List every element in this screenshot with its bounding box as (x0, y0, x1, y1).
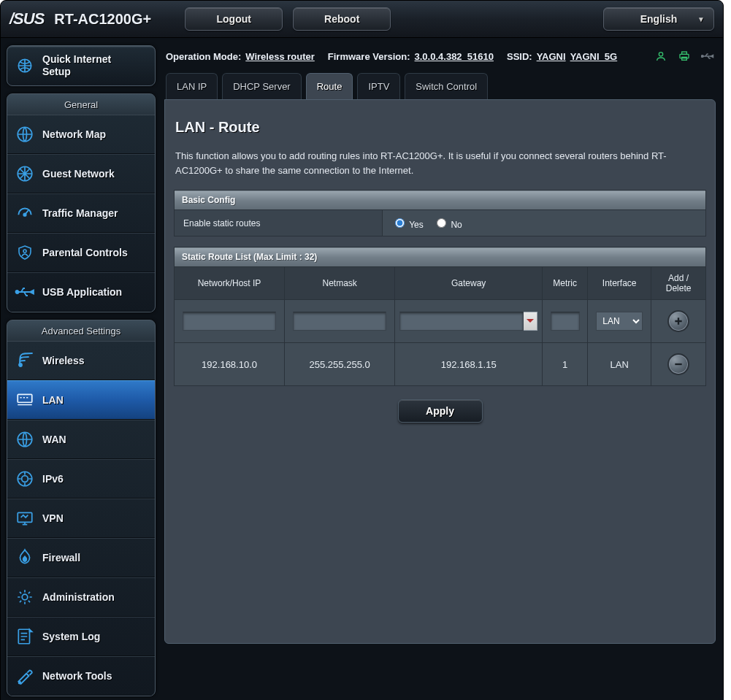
system-log-icon (15, 626, 35, 647)
svg-point-6 (19, 364, 22, 366)
sidebar-item-lan[interactable]: LAN (7, 380, 155, 420)
sidebar-item-label: Wireless (42, 355, 84, 366)
sidebar-item-label: VPN (42, 512, 64, 524)
sidebar-item-administration[interactable]: Administration (7, 577, 155, 617)
enable-yes-radio[interactable] (395, 218, 405, 228)
tab-iptv[interactable]: IPTV (357, 73, 400, 99)
network-input[interactable] (183, 312, 276, 331)
sidebar-item-wireless[interactable]: Wireless (7, 342, 155, 380)
status-line: Operation Mode: Wireless router Firmware… (164, 45, 716, 73)
col-network: Network/Host IP (175, 267, 285, 300)
page-title: LAN - Route (175, 119, 705, 136)
sidebar-item-label: WAN (42, 434, 66, 445)
guest-network-icon (15, 164, 35, 184)
delete-route-button[interactable] (667, 353, 689, 375)
ipv6-icon (15, 469, 35, 489)
gateway-dropdown-icon[interactable] (524, 312, 537, 331)
page-desc: This function allows you to add routing … (175, 149, 705, 178)
netmask-input[interactable] (293, 312, 386, 331)
col-action: Add / Delete (651, 267, 706, 300)
cell-gateway: 192.168.1.15 (395, 343, 543, 386)
svg-rect-7 (18, 394, 32, 402)
col-gateway: Gateway (395, 267, 543, 300)
cell-metric: 1 (543, 343, 588, 386)
main-content: Operation Mode: Wireless router Firmware… (161, 38, 723, 700)
sidebar-item-label: Guest Network (42, 168, 115, 180)
enable-no-radio[interactable] (437, 218, 446, 228)
sidebar-item-wan[interactable]: WAN (7, 420, 155, 459)
svg-point-12 (22, 594, 28, 600)
tab-lan-ip[interactable]: LAN IP (166, 73, 218, 99)
content-box: LAN - Route This function allows you to … (164, 99, 716, 644)
lan-icon (15, 390, 35, 410)
fw-value[interactable]: 3.0.0.4.382_51610 (415, 51, 494, 62)
sidebar-item-usb-application[interactable]: USB Application (7, 272, 155, 312)
usb-application-icon (15, 282, 35, 302)
tab-route[interactable]: Route (306, 73, 353, 99)
route-input-row: LANWAN (175, 300, 706, 343)
basic-config-table: Basic Config Enable static routes Yes No (174, 190, 706, 236)
network-tools-icon (15, 666, 35, 686)
svg-point-5 (16, 291, 19, 293)
administration-icon (15, 587, 35, 607)
svg-rect-18 (682, 57, 687, 60)
route-list-table: Static Route List (Max Limit : 32) Netwo… (174, 247, 706, 386)
guest-status-icon[interactable] (654, 50, 667, 63)
enable-no-option[interactable]: No (433, 220, 462, 230)
svg-point-4 (23, 250, 26, 253)
printer-status-icon[interactable] (678, 50, 691, 63)
tab-switch-control[interactable]: Switch Control (405, 73, 488, 99)
op-mode-label: Operation Mode: (166, 51, 241, 62)
vpn-icon (15, 508, 35, 528)
ssid-label: SSID: (507, 51, 532, 62)
sidebar-item-parental-controls[interactable]: Parental Controls (7, 233, 155, 272)
sidebar-item-network-tools[interactable]: Network Tools (7, 656, 155, 696)
sidebar-item-network-map[interactable]: Network Map (7, 115, 155, 154)
col-metric: Metric (543, 267, 588, 300)
ssid-2g[interactable]: YAGNI (537, 51, 566, 62)
enable-static-routes-label: Enable static routes (175, 210, 383, 236)
wireless-icon (15, 350, 35, 371)
general-header: General (7, 94, 155, 115)
enable-yes-option[interactable]: Yes (391, 220, 426, 230)
cell-network: 192.168.10.0 (175, 343, 285, 386)
sidebar-item-label: Parental Controls (42, 247, 128, 258)
sidebar-item-guest-network[interactable]: Guest Network (7, 154, 155, 193)
chevron-down-icon: ▼ (697, 15, 705, 23)
usb-status-icon[interactable] (701, 50, 714, 63)
col-netmask: Netmask (285, 267, 395, 300)
sidebar-item-traffic-manager[interactable]: Traffic Manager (7, 193, 155, 233)
fw-label: Firmware Version: (328, 51, 410, 62)
sidebar-item-ipv6[interactable]: IPv6 (7, 459, 155, 499)
apply-button[interactable]: Apply (398, 399, 483, 423)
tab-dhcp-server[interactable]: DHCP Server (222, 73, 302, 99)
sidebar-item-vpn[interactable]: VPN (7, 499, 155, 538)
parental-controls-icon (15, 242, 35, 263)
sidebar-item-label: USB Application (42, 286, 122, 298)
sidebar-item-system-log[interactable]: System Log (7, 617, 155, 656)
sidebar-item-firewall[interactable]: Firewall (7, 538, 155, 577)
tabs: LAN IPDHCP ServerRouteIPTVSwitch Control (164, 73, 716, 99)
reboot-button[interactable]: Reboot (293, 7, 391, 31)
ssid-5g[interactable]: YAGNI_5G (570, 51, 618, 62)
sidebar-item-label: IPv6 (42, 473, 64, 485)
language-select[interactable]: English ▼ (603, 7, 714, 31)
cell-netmask: 255.255.255.0 (285, 343, 395, 386)
firewall-icon (15, 547, 35, 568)
logout-button[interactable]: Logout (185, 7, 283, 31)
op-mode-value[interactable]: Wireless router (245, 51, 315, 62)
col-interface: Interface (588, 267, 651, 300)
metric-input[interactable] (551, 312, 580, 331)
svg-point-14 (19, 682, 21, 684)
gateway-input[interactable] (399, 312, 524, 331)
qis-label: Quick Internet Setup (42, 53, 111, 78)
quick-internet-setup[interactable]: Quick Internet Setup (7, 45, 156, 86)
model-name: RT-AC1200G+ (54, 11, 151, 28)
svg-rect-17 (682, 52, 687, 54)
wan-icon (15, 429, 35, 450)
svg-point-19 (702, 55, 704, 58)
interface-select[interactable]: LANWAN (596, 312, 643, 331)
sidebar-item-label: Network Map (42, 128, 106, 140)
add-route-button[interactable] (667, 310, 689, 332)
advanced-header: Advanced Settings (7, 320, 155, 342)
